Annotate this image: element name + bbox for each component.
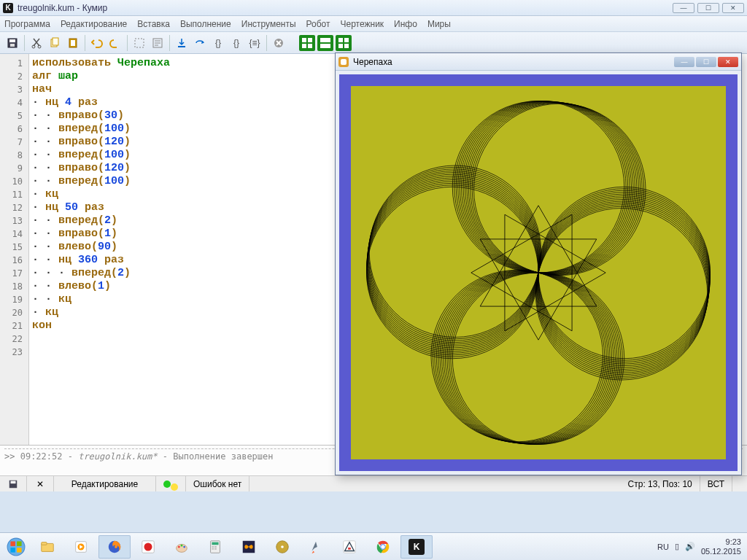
save-icon[interactable] bbox=[4, 35, 20, 51]
minimize-button[interactable]: — bbox=[673, 3, 694, 13]
statusbar: ✕ Редактирование Ошибок нет Стр: 13, Поз… bbox=[0, 475, 747, 491]
task-disc[interactable] bbox=[266, 535, 298, 559]
menu-program[interactable]: Программа bbox=[4, 19, 50, 29]
task-rocket[interactable] bbox=[300, 535, 332, 559]
turtle-title: Черепаха bbox=[353, 57, 392, 67]
copy-icon[interactable] bbox=[47, 35, 63, 51]
tray-flag-icon[interactable]: ▯ bbox=[675, 542, 679, 551]
menu-info[interactable]: Инфо bbox=[394, 19, 417, 29]
svg-rect-77 bbox=[10, 548, 15, 553]
select-all-icon[interactable] bbox=[131, 35, 147, 51]
task-paint[interactable] bbox=[166, 535, 198, 559]
svg-point-46 bbox=[367, 183, 539, 355]
line-gutter: 1234567891011121314151617181920212223 bbox=[0, 54, 29, 445]
svg-rect-11 bbox=[178, 46, 185, 47]
turtle-drawing bbox=[351, 86, 726, 459]
main-titlebar: K treugolnik.kum - Кумир — ☐ ✕ bbox=[0, 0, 747, 16]
menu-insert[interactable]: Вставка bbox=[137, 19, 170, 29]
layout-3-icon[interactable] bbox=[336, 35, 352, 51]
svg-rect-1 bbox=[9, 39, 15, 42]
svg-rect-94 bbox=[212, 548, 214, 549]
menu-drafter[interactable]: Чертежник bbox=[341, 19, 384, 29]
tray-language[interactable]: RU bbox=[657, 542, 669, 551]
cut-icon[interactable] bbox=[28, 35, 44, 51]
turtle-window[interactable]: Черепаха — ☐ ✕ bbox=[335, 52, 742, 475]
system-tray: RU ▯ 🔊 9:23 05.12.2015 bbox=[657, 537, 746, 556]
undo-icon[interactable] bbox=[89, 35, 105, 51]
turtle-close-button[interactable]: ✕ bbox=[718, 57, 738, 67]
task-firefox[interactable] bbox=[98, 535, 131, 559]
svg-rect-80 bbox=[42, 542, 47, 545]
braces-3-icon[interactable]: {≡} bbox=[247, 35, 263, 51]
svg-point-87 bbox=[178, 545, 180, 548]
menu-edit[interactable]: Редактирование bbox=[61, 19, 127, 29]
comment-icon[interactable] bbox=[150, 35, 166, 51]
svg-point-74 bbox=[7, 538, 25, 556]
turtle-minimize-button[interactable]: — bbox=[674, 57, 694, 67]
turtle-maximize-button[interactable]: ☐ bbox=[696, 57, 716, 67]
svg-text:{}: {} bbox=[233, 38, 239, 48]
svg-rect-92 bbox=[212, 546, 214, 548]
svg-rect-17 bbox=[11, 481, 16, 483]
svg-rect-91 bbox=[212, 542, 218, 545]
task-app-red[interactable] bbox=[132, 535, 164, 559]
svg-rect-75 bbox=[10, 541, 15, 546]
menu-run[interactable]: Выполнение bbox=[180, 19, 231, 29]
maximize-button[interactable]: ☐ bbox=[697, 3, 719, 13]
menu-robot[interactable]: Робот bbox=[306, 19, 330, 29]
led-green-icon bbox=[163, 481, 171, 488]
tray-clock[interactable]: 9:23 05.12.2015 bbox=[701, 537, 741, 556]
svg-rect-78 bbox=[17, 548, 22, 553]
redo-icon[interactable] bbox=[107, 35, 123, 51]
close-file-icon[interactable]: ✕ bbox=[34, 478, 46, 490]
status-position: Стр: 13, Поз: 10 bbox=[628, 479, 692, 489]
svg-point-33 bbox=[449, 273, 621, 445]
layout-2-icon[interactable] bbox=[317, 35, 333, 51]
layout-1-icon[interactable] bbox=[299, 35, 315, 51]
task-kumir[interactable]: K bbox=[400, 535, 433, 559]
svg-rect-8 bbox=[71, 40, 75, 46]
turtle-titlebar[interactable]: Черепаха — ☐ ✕ bbox=[336, 53, 741, 71]
task-chrome[interactable] bbox=[367, 535, 399, 559]
paste-icon[interactable] bbox=[65, 35, 81, 51]
start-button[interactable] bbox=[1, 535, 31, 559]
svg-point-89 bbox=[183, 545, 185, 548]
turtle-window-controls: — ☐ ✕ bbox=[674, 57, 738, 67]
save-status-icon[interactable] bbox=[7, 478, 19, 490]
turtle-app-icon bbox=[338, 57, 349, 67]
console-time: 09:22:52 bbox=[20, 451, 63, 462]
console-file: treugolnik.kum* bbox=[78, 451, 157, 462]
task-calculator[interactable] bbox=[199, 535, 231, 559]
menu-worlds[interactable]: Миры bbox=[427, 19, 451, 29]
task-triangle-app[interactable] bbox=[333, 535, 365, 559]
step-over-icon[interactable] bbox=[192, 35, 208, 51]
app-icon: K bbox=[3, 3, 13, 13]
task-butterfly[interactable] bbox=[233, 535, 265, 559]
task-explorer[interactable] bbox=[31, 535, 63, 559]
svg-rect-9 bbox=[135, 39, 144, 47]
status-mode: Редактирование bbox=[71, 479, 138, 489]
svg-point-85 bbox=[144, 542, 152, 551]
window-controls: — ☐ ✕ bbox=[673, 3, 744, 13]
svg-point-88 bbox=[181, 544, 183, 546]
braces-1-icon[interactable]: {} bbox=[210, 35, 226, 51]
svg-point-20 bbox=[538, 190, 711, 362]
turtle-canvas-area bbox=[336, 71, 741, 475]
status-insert: ВСТ bbox=[708, 479, 724, 489]
console-message: Выполнение завершен bbox=[173, 451, 273, 462]
close-button[interactable]: ✕ bbox=[722, 3, 744, 13]
layout-buttons bbox=[299, 35, 352, 51]
svg-point-103 bbox=[381, 545, 385, 549]
step-into-icon[interactable] bbox=[174, 35, 190, 51]
menu-tools[interactable]: Инструменты bbox=[241, 19, 296, 29]
stop-icon[interactable] bbox=[271, 35, 287, 51]
tray-volume-icon[interactable]: 🔊 bbox=[685, 542, 695, 551]
svg-point-59 bbox=[456, 101, 628, 273]
svg-point-98 bbox=[281, 545, 284, 548]
svg-rect-95 bbox=[214, 548, 217, 549]
svg-text:{≡}: {≡} bbox=[249, 38, 260, 48]
braces-2-icon[interactable]: {} bbox=[228, 35, 244, 51]
menubar: Программа Редактирование Вставка Выполне… bbox=[0, 16, 747, 32]
svg-rect-6 bbox=[53, 38, 58, 45]
task-media-player[interactable] bbox=[65, 535, 97, 559]
